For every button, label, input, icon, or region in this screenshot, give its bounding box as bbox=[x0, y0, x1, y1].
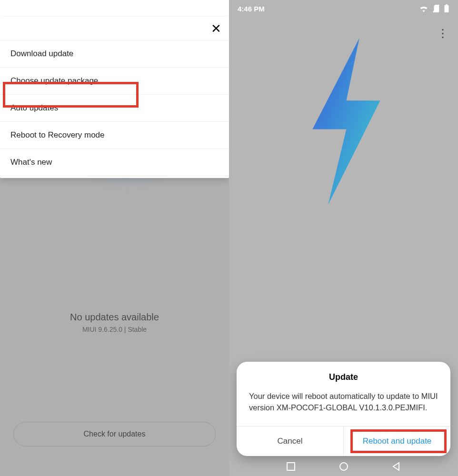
dialog-title: Update bbox=[237, 362, 450, 389]
dialog-body: Your device will reboot automatically to… bbox=[237, 389, 450, 426]
svg-rect-4 bbox=[445, 5, 449, 12]
close-icon[interactable]: ✕ bbox=[211, 22, 221, 35]
check-for-updates-button[interactable]: Check for updates bbox=[13, 422, 216, 446]
reboot-and-update-button[interactable]: Reboot and update bbox=[344, 426, 450, 456]
status-bar: 4:46 PM bbox=[229, 0, 458, 17]
menu-item-download-update[interactable]: Download update bbox=[0, 40, 229, 67]
battery-icon bbox=[444, 4, 449, 13]
left-screenshot: No updates available MIUI 9.6.25.0 | Sta… bbox=[0, 0, 229, 476]
menu-item-choose-package[interactable]: Choose update package bbox=[0, 67, 229, 94]
svg-rect-7 bbox=[287, 463, 295, 470]
miui-version-text: MIUI 9.6.25.0 | Stable bbox=[0, 326, 229, 333]
svg-marker-9 bbox=[393, 463, 399, 470]
svg-rect-5 bbox=[446, 4, 448, 5]
cancel-button[interactable]: Cancel bbox=[237, 426, 344, 456]
no-sim-icon bbox=[432, 4, 440, 13]
right-screenshot: 4:46 PM ⋮ Update Your device will reboot… bbox=[229, 0, 458, 476]
recent-apps-icon[interactable] bbox=[286, 462, 296, 471]
back-icon[interactable] bbox=[392, 462, 401, 471]
menu-item-whats-new[interactable]: What's new bbox=[0, 149, 229, 176]
home-icon[interactable] bbox=[339, 461, 349, 472]
clock: 4:46 PM bbox=[238, 5, 265, 13]
menu-item-reboot-recovery[interactable]: Reboot to Recovery mode bbox=[0, 121, 229, 149]
svg-marker-6 bbox=[312, 38, 380, 205]
wifi-icon bbox=[419, 5, 428, 12]
update-dialog: Update Your device will reboot automatic… bbox=[237, 362, 450, 456]
options-menu-panel: ✕ Download update Choose update package … bbox=[0, 17, 229, 178]
svg-point-8 bbox=[340, 463, 348, 470]
navigation-bar bbox=[229, 457, 458, 476]
menu-item-auto-updates[interactable]: Auto updates bbox=[0, 94, 229, 121]
lightning-icon bbox=[229, 38, 458, 205]
no-updates-text: No updates available bbox=[0, 312, 229, 323]
